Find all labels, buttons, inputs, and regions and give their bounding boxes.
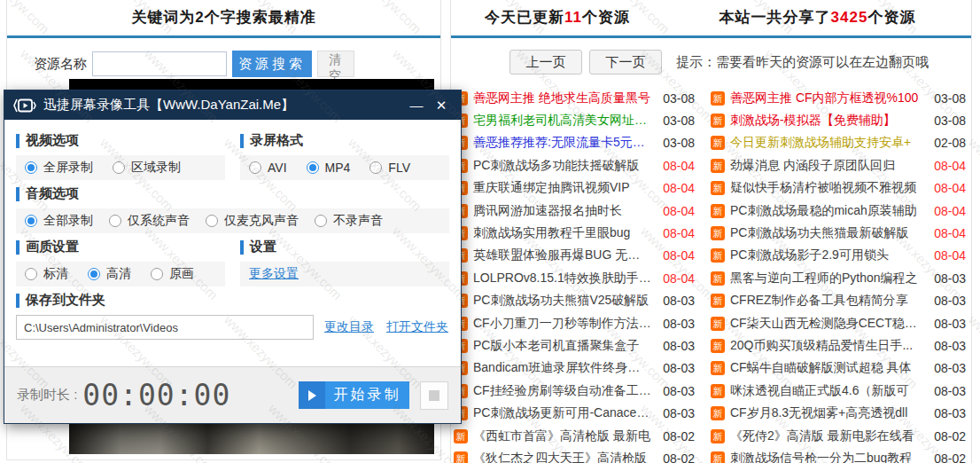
item-title[interactable]: CFREZ制作必备工具包精简分享 bbox=[730, 293, 923, 309]
item-title[interactable]: 刺激战场信号枪一分为二bug教程 bbox=[730, 451, 923, 463]
list-item[interactable]: 新 PC刺激战场功夫熊猫V25破解版 08-03 bbox=[454, 290, 695, 312]
list-item[interactable]: 新 刺激战场-模拟器【免费辅助】 03-08 bbox=[711, 109, 966, 131]
list-item[interactable]: 新 疑似快手杨清柠被啪视频不雅视频 08-04 bbox=[711, 177, 966, 200]
radio-icon[interactable] bbox=[151, 268, 163, 280]
radio-option[interactable]: 全屏录制 bbox=[25, 160, 93, 176]
list-item[interactable]: 新 20Q币购买顶级精品爱情生日手... 08-03 bbox=[711, 334, 966, 357]
clear-button[interactable]: 清空 bbox=[317, 51, 354, 77]
item-title[interactable]: PC刺激战场更新可用-Canace v3.0 bbox=[473, 405, 652, 421]
item-title[interactable]: 刺激战场实用教程千里眼bug bbox=[473, 225, 652, 241]
item-title[interactable]: PC版小本老司机直播聚集盒子 bbox=[473, 338, 652, 354]
item-title[interactable]: LOLPROv8.15.1特效换肤助手支持 bbox=[473, 271, 652, 286]
radio-icon[interactable] bbox=[88, 268, 100, 280]
list-item[interactable]: 新 黑客与逆向工程师的Python编程之 08-03 bbox=[711, 267, 966, 289]
radio-icon[interactable] bbox=[369, 161, 382, 174]
list-item[interactable]: 新 刺激战场信号枪一分为二bug教程 08-02 bbox=[711, 447, 966, 463]
radio-icon[interactable] bbox=[249, 161, 261, 174]
more-settings-link[interactable]: 更多设置 bbox=[249, 266, 299, 282]
save-path-input[interactable] bbox=[16, 315, 314, 340]
list-item[interactable]: 新 PC刺激战场影子2.9可用锁头 08-04 bbox=[711, 245, 966, 267]
list-item[interactable]: 新 劲爆消息 内涵段子原团队回归 08-04 bbox=[711, 154, 966, 177]
stop-recording-button[interactable] bbox=[420, 381, 448, 410]
item-title[interactable]: CF小刀重刀一刀秒等制作方法 自 bbox=[473, 316, 652, 332]
list-item[interactable]: 新 刺激战场实用教程千里眼bug 08-04 bbox=[454, 222, 695, 244]
radio-icon[interactable] bbox=[206, 215, 218, 227]
radio-option[interactable]: AVI bbox=[249, 161, 287, 175]
radio-option[interactable]: 全部录制 bbox=[25, 213, 93, 229]
radio-option[interactable]: 仅系统声音 bbox=[109, 213, 190, 229]
item-title[interactable]: 今日更新刺激战场辅助支持安卓+ bbox=[730, 135, 923, 151]
item-title[interactable]: 善恶推荐推荐:无限流量卡5元包邮 bbox=[473, 135, 652, 151]
radio-icon[interactable] bbox=[25, 161, 37, 174]
item-title[interactable]: PC刺激战场影子2.9可用锁头 bbox=[730, 247, 923, 263]
list-item[interactable]: 新 英雄联盟体验服再爆BUG 无限刷战 08-04 bbox=[454, 245, 695, 267]
start-recording-button[interactable]: 开始录制 bbox=[299, 381, 409, 409]
radio-option[interactable]: MP4 bbox=[307, 161, 351, 175]
list-item[interactable]: 新 今日更新刺激战场辅助支持安卓+ 02-08 bbox=[711, 132, 966, 154]
next-page-button[interactable]: 下一页 bbox=[589, 50, 662, 75]
radio-icon[interactable] bbox=[25, 215, 37, 227]
close-button[interactable]: ✕ bbox=[429, 95, 454, 116]
list-item[interactable]: 新 PC刺激战场多功能扶摇破解版 08-04 bbox=[454, 154, 695, 177]
radio-option[interactable]: 标清 bbox=[25, 266, 68, 282]
item-title[interactable]: PC刺激战场功夫熊猫V25破解版 bbox=[473, 293, 652, 309]
list-item[interactable]: 新 善恶网主推 CF内部方框透视%100 03-08 bbox=[711, 87, 966, 109]
item-title[interactable]: 善恶网主推 绝地求生高质量黑号 bbox=[473, 90, 652, 106]
list-item[interactable]: 新 咪沫透视自瞄正式版4.6（新版可 08-03 bbox=[711, 380, 966, 402]
list-item[interactable]: 新 宅男福利老司机高清美女网址分享 03-08 bbox=[454, 109, 695, 131]
item-title[interactable]: 善恶网主推 CF内部方框透视%100 bbox=[730, 90, 923, 106]
radio-icon[interactable] bbox=[315, 215, 327, 227]
minimize-button[interactable]: — bbox=[404, 95, 429, 116]
list-item[interactable]: 新 CF小刀重刀一刀秒等制作方法 自 08-03 bbox=[454, 312, 695, 334]
item-title[interactable]: 咪沫透视自瞄正式版4.6（新版可 bbox=[730, 383, 923, 399]
item-title[interactable]: 《死侍2》高清版 最新电影在线看 bbox=[730, 428, 923, 444]
item-title[interactable]: 劲爆消息 内涵段子原团队回归 bbox=[730, 158, 923, 174]
list-item[interactable]: 新 善恶推荐推荐:无限流量卡5元包邮 03-08 bbox=[454, 132, 695, 154]
item-title[interactable]: CF柒天山西无检测隐身CECT稳定全 bbox=[730, 316, 923, 332]
item-title[interactable]: PC刺激战场多功能扶摇破解版 bbox=[473, 158, 652, 174]
radio-option[interactable]: 高清 bbox=[88, 266, 131, 282]
item-title[interactable]: CF挂经验房刷等级自动准备工具分 bbox=[473, 383, 652, 399]
radio-option[interactable]: 区域录制 bbox=[113, 160, 181, 176]
list-item[interactable]: 新 CF岁月8.3无视烟雾+高亮透视dll 08-03 bbox=[711, 402, 966, 424]
list-item[interactable]: 新 PC刺激战场更新可用-Canace v3.0 08-03 bbox=[454, 402, 695, 424]
list-item[interactable]: 新 《死侍2》高清版 最新电影在线看 08-02 bbox=[711, 425, 966, 447]
item-title[interactable]: CF蜗牛自瞄破解版测试超稳 具体 bbox=[730, 360, 923, 376]
radio-icon[interactable] bbox=[25, 268, 37, 280]
item-title[interactable]: 《西虹市首富》高清枪版 最新电 bbox=[473, 428, 652, 444]
item-title[interactable]: Bandicam班迪录屏软件终身破解版 bbox=[473, 360, 652, 376]
prev-page-button[interactable]: 上一页 bbox=[509, 50, 582, 75]
list-item[interactable]: 新 《狄仁杰之四大天王》高清枪版 08-02 bbox=[454, 447, 695, 463]
list-item[interactable]: 新 CF柒天山西无检测隐身CECT稳定全 08-03 bbox=[711, 312, 966, 334]
list-item[interactable]: 新 LOLPROv8.15.1特效换肤助手支持 08-04 bbox=[454, 267, 695, 289]
search-button[interactable]: 资源搜索 bbox=[232, 51, 312, 77]
list-item[interactable]: 新 CF蜗牛自瞄破解版测试超稳 具体 08-03 bbox=[711, 357, 966, 380]
item-title[interactable]: 宅男福利老司机高清美女网址分享 bbox=[473, 113, 652, 129]
radio-icon[interactable] bbox=[307, 161, 319, 174]
radio-option[interactable]: 原画 bbox=[151, 266, 194, 282]
radio-icon[interactable] bbox=[109, 215, 121, 227]
radio-icon[interactable] bbox=[113, 161, 125, 174]
list-item[interactable]: 新 《西虹市首富》高清枪版 最新电 08-02 bbox=[454, 425, 695, 447]
item-title[interactable]: 疑似快手杨清柠被啪视频不雅视频 bbox=[730, 180, 923, 196]
radio-option[interactable]: 不录声音 bbox=[315, 213, 383, 229]
list-item[interactable]: 新 CFREZ制作必备工具包精简分享 08-03 bbox=[711, 290, 966, 312]
dialog-titlebar[interactable]: 迅捷屏幕录像工具【WwW.DaYanZai.Me】 — ✕ bbox=[4, 90, 461, 120]
item-title[interactable]: 刺激战场-模拟器【免费辅助】 bbox=[730, 113, 923, 129]
item-title[interactable]: 黑客与逆向工程师的Python编程之 bbox=[730, 271, 923, 286]
radio-option[interactable]: 仅麦克风声音 bbox=[206, 213, 299, 229]
list-item[interactable]: 新 PC刺激战场功夫熊猫最新破解版 08-04 bbox=[711, 222, 966, 244]
item-title[interactable]: 腾讯网游加速器报名抽时长 bbox=[473, 203, 652, 219]
item-title[interactable]: CF岁月8.3无视烟雾+高亮透视dll bbox=[730, 405, 923, 421]
radio-option[interactable]: FLV bbox=[369, 161, 410, 175]
list-item[interactable]: 新 PC版小本老司机直播聚集盒子 08-03 bbox=[454, 334, 695, 357]
list-item[interactable]: 新 PC刺激战场最稳的micah原装辅助 08-04 bbox=[711, 200, 966, 222]
item-title[interactable]: 20Q币购买顶级精品爱情生日手... bbox=[730, 338, 923, 354]
change-directory-link[interactable]: 更改目录 bbox=[324, 319, 374, 335]
list-item[interactable]: 新 腾讯网游加速器报名抽时长 08-04 bbox=[454, 200, 695, 222]
open-folder-link[interactable]: 打开文件夹 bbox=[386, 319, 448, 335]
item-title[interactable]: PC刺激战场功夫熊猫最新破解版 bbox=[730, 225, 923, 241]
list-item[interactable]: 新 CF挂经验房刷等级自动准备工具分 08-03 bbox=[454, 380, 695, 402]
list-item[interactable]: 新 Bandicam班迪录屏软件终身破解版 08-03 bbox=[454, 357, 695, 380]
list-item[interactable]: 新 重庆联通绑定抽腾讯视频VIP 08-04 bbox=[454, 177, 695, 200]
